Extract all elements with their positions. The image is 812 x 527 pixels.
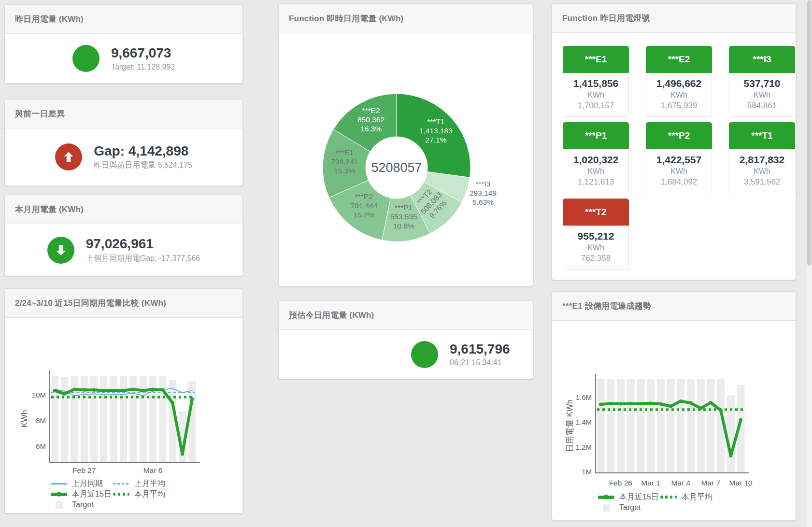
legend-label: 本月近15日 bbox=[72, 489, 112, 499]
legend-item-this-month-series[interactable]: 本月近15日 bbox=[598, 492, 660, 502]
legend-item-this-month-avg[interactable]: 本月平均 bbox=[660, 492, 723, 502]
tile-body: 1,415,856KWh1,700,157 bbox=[563, 73, 629, 117]
light-tile-p2: ***P21,422,557KWh1,684,092 bbox=[646, 122, 712, 193]
stat-text: 9,615,796 06-21 15:34:41 bbox=[450, 342, 510, 367]
legend-item-target[interactable]: Target bbox=[598, 503, 660, 512]
target-bar bbox=[597, 379, 604, 473]
data-point bbox=[63, 392, 66, 396]
data-point bbox=[181, 453, 184, 456]
x-tick-label: Mar 1 bbox=[641, 479, 660, 487]
legend-label: Target bbox=[72, 500, 93, 509]
card-title-bar: 預估今日用電量 (KWh) bbox=[279, 301, 533, 330]
legend-item-this-month-series[interactable]: 本月近15日 bbox=[51, 489, 113, 499]
data-point bbox=[142, 389, 145, 392]
pie-slice-label: ***I3293,1495.63% bbox=[470, 180, 497, 206]
tile-value: 1,422,557 bbox=[646, 154, 712, 166]
tile-body: 1,020,322KWh1,121,613 bbox=[563, 149, 629, 193]
scrollbar-thumb[interactable] bbox=[807, 0, 812, 266]
data-point bbox=[599, 403, 602, 406]
card-yesterday-lights: Function 昨日用電燈號 ***E11,415,856KWh1,700,1… bbox=[552, 3, 796, 280]
data-point bbox=[53, 389, 57, 392]
card-title: 2/24~3/10 近15日同期用電量比較 (KWh) bbox=[15, 298, 166, 309]
card-body: Gap: 4,142,898 昨日與前日用電量 5,524,175 bbox=[5, 128, 242, 185]
data-point bbox=[92, 388, 96, 392]
legend-item-this-month-avg[interactable]: 本月平均 bbox=[113, 489, 175, 499]
x-tick-label: Mar 7 bbox=[701, 479, 721, 487]
legend-label: 上月同期 bbox=[72, 479, 103, 489]
legend-item-prev-month-series[interactable]: 上月同期 bbox=[51, 479, 113, 489]
tile-unit: KWh bbox=[563, 91, 628, 100]
tile-body: 1,422,557KWh1,684,092 bbox=[646, 149, 712, 193]
page-scrollbar[interactable] bbox=[807, 0, 812, 527]
y-tick-label: 8M bbox=[36, 416, 46, 425]
target-bar bbox=[637, 379, 644, 473]
target-bar bbox=[677, 379, 684, 473]
data-point bbox=[659, 402, 662, 406]
legend-row: 本月近15日 本月平均 bbox=[598, 492, 723, 502]
dashed-line-swatch-icon bbox=[113, 481, 129, 486]
light-tile-t2: ***T2955,212KWh762,358 bbox=[563, 199, 629, 270]
y-axis-label: KWh bbox=[20, 410, 29, 428]
tile-body: 2,817,832KWh3,591,562 bbox=[729, 149, 795, 193]
stat-value: 97,026,961 bbox=[86, 236, 200, 252]
card-15day-compare-chart: 2/24~3/10 近15日同期用電量比較 (KWh) 6M8M10MFeb 2… bbox=[4, 288, 243, 513]
y-tick-label: 1M bbox=[582, 468, 592, 476]
stat-subtitle: Target: 11,128,992 bbox=[111, 63, 175, 71]
tile-unit: KWh bbox=[646, 167, 712, 176]
card-body: 6M8M10MFeb 27Mar 6KWh 上月同期 上月平均 本月近15日 bbox=[5, 318, 242, 513]
light-tile-p1: ***P11,020,322KWh1,121,613 bbox=[563, 122, 629, 193]
card-title-bar: 與前一日差異 bbox=[5, 100, 242, 128]
tile-name-badge: ***T2 bbox=[563, 199, 629, 226]
tile-prev-value: 1,675,939 bbox=[646, 101, 712, 111]
legend-item-target[interactable]: Target bbox=[51, 500, 113, 509]
tile-name-badge: ***P2 bbox=[646, 122, 712, 149]
status-circle-icon bbox=[411, 341, 438, 368]
y-tick-label: 1.6M bbox=[576, 393, 592, 401]
data-point bbox=[171, 401, 174, 404]
tile-name-badge: ***E1 bbox=[563, 46, 629, 73]
card-title-bar: Function 即時日用電量 (KWh) bbox=[279, 4, 533, 33]
bar-swatch-icon bbox=[51, 502, 67, 508]
card-body: ***E11,415,856KWh1,700,157***E21,496,662… bbox=[552, 33, 796, 280]
tile-name-badge: ***T1 bbox=[729, 122, 795, 149]
stat-value: 9,615,796 bbox=[450, 342, 510, 357]
chart-legend: 本月近15日 本月平均 Target bbox=[598, 492, 723, 513]
card-title-bar: ***E1 設備用電達成趨勢 bbox=[552, 292, 796, 321]
stat-text: Gap: 4,142,898 昨日與前日用電量 5,524,175 bbox=[94, 143, 192, 171]
tile-prev-value: 1,684,092 bbox=[646, 177, 712, 187]
card-title-bar: Function 昨日用電燈號 bbox=[552, 4, 796, 33]
y-tick-label: 1.4M bbox=[576, 418, 592, 426]
card-diff-prev-day: 與前一日差異 Gap: 4,142,898 昨日與前日用電量 5,524,175 bbox=[4, 99, 243, 186]
data-point bbox=[649, 402, 653, 405]
tile-value: 2,817,832 bbox=[729, 154, 795, 166]
data-point bbox=[102, 389, 105, 392]
data-point bbox=[669, 405, 672, 408]
card-title-bar: 昨日用電量 (KWh) bbox=[5, 5, 242, 34]
card-month-usage: 本月用電量 (KWh) 97,026,961 上個月同期用電Gap: -17,3… bbox=[4, 195, 243, 276]
stat-subtitle: 昨日與前日用電量 5,524,175 bbox=[94, 160, 192, 171]
target-bar bbox=[727, 395, 735, 473]
y-tick-label: 1.2M bbox=[576, 443, 592, 451]
data-point bbox=[161, 388, 164, 392]
status-circle-icon bbox=[72, 45, 100, 72]
tile-body: 537,710KWh584,861 bbox=[729, 73, 795, 117]
target-bar bbox=[617, 379, 625, 473]
card-title-bar: 2/24~3/10 近15日同期用電量比較 (KWh) bbox=[5, 289, 242, 318]
legend-row: 上月同期 上月平均 bbox=[51, 478, 175, 489]
card-realtime-pie: Function 即時日用電量 (KWh) ***T11,413,18327.1… bbox=[278, 4, 533, 286]
y-tick-label: 10M bbox=[32, 391, 46, 399]
data-point bbox=[689, 401, 693, 405]
tile-value: 955,212 bbox=[563, 230, 628, 242]
legend-item-prev-month-avg[interactable]: 上月平均 bbox=[113, 479, 175, 489]
card-title: 昨日用電量 (KWh) bbox=[15, 14, 84, 25]
card-title: 本月用電量 (KWh) bbox=[15, 204, 84, 215]
target-bar bbox=[697, 379, 705, 473]
tile-unit: KWh bbox=[729, 91, 795, 100]
stat-subtitle: 上個月同期用電Gap: -17,377,566 bbox=[86, 254, 200, 264]
legend-label: 本月平均 bbox=[682, 492, 712, 502]
thick-line-swatch-icon bbox=[598, 494, 614, 500]
card-yesterday-usage: 昨日用電量 (KWh) 9,667,073 Target: 11,128,992 bbox=[4, 4, 243, 84]
card-title: Function 昨日用電燈號 bbox=[562, 13, 650, 24]
tile-name-badge: ***E2 bbox=[646, 46, 712, 73]
tile-name-badge: ***P1 bbox=[563, 122, 629, 149]
